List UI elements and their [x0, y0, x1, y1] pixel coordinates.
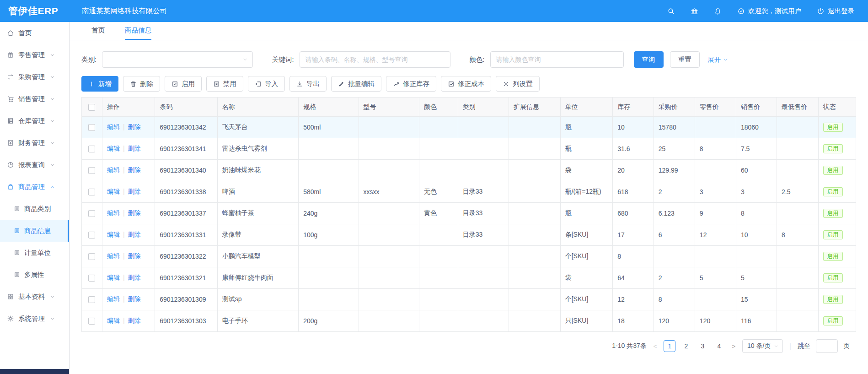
edit-link[interactable]: 编辑	[107, 209, 120, 217]
sidebar-item-5[interactable]: 财务管理	[0, 132, 69, 154]
cell-unit: 瓶	[560, 138, 612, 160]
cart-icon	[7, 95, 14, 103]
trash-icon	[130, 81, 137, 87]
delete-link[interactable]: 删除	[128, 295, 141, 303]
toolbar-button-1[interactable]: 删除	[123, 76, 160, 92]
delete-link[interactable]: 删除	[128, 188, 141, 195]
sidebar-item-11[interactable]: 多属性	[0, 264, 69, 286]
category-select[interactable]	[102, 51, 253, 68]
cell-purchase: 8	[654, 289, 695, 310]
cell-ext	[509, 138, 561, 160]
row-checkbox[interactable]	[88, 232, 95, 238]
row-checkbox[interactable]	[88, 210, 95, 217]
sidebar-item-8[interactable]: 商品类别	[0, 198, 69, 220]
cell-barcode: 6901236301337	[155, 203, 217, 224]
expand-link[interactable]: 展开	[708, 55, 728, 64]
toolbar-button-3[interactable]: 禁用	[206, 76, 243, 92]
chevron-down-icon	[774, 344, 779, 349]
delete-link[interactable]: 删除	[128, 209, 141, 217]
toolbar-button-6[interactable]: 批量编辑	[331, 76, 381, 92]
delete-link[interactable]: 删除	[128, 145, 141, 152]
toolbar-button-4[interactable]: 导入	[248, 76, 285, 92]
delete-link[interactable]: 删除	[128, 274, 141, 281]
color-input[interactable]	[490, 51, 624, 68]
sidebar-item-7[interactable]: 商品管理	[0, 176, 69, 198]
search-button[interactable]: 查询	[634, 51, 664, 68]
sidebar-item-0[interactable]: 首页	[0, 22, 69, 44]
page-button-2[interactable]: 2	[680, 340, 692, 352]
edit-link[interactable]: 编辑	[107, 123, 120, 130]
edit-link[interactable]: 编辑	[107, 188, 120, 195]
row-checkbox[interactable]	[88, 146, 95, 152]
delete-link[interactable]: 删除	[128, 252, 141, 260]
cell-min	[777, 310, 818, 332]
toolbar-button-9[interactable]: 列设置	[496, 76, 540, 92]
toolbar-button-7[interactable]: 修正库存	[386, 76, 436, 92]
tab-home[interactable]: 首页	[91, 22, 105, 40]
row-checkbox[interactable]	[88, 253, 95, 260]
edit-link[interactable]: 编辑	[107, 252, 120, 260]
cell-sale: 5	[736, 267, 777, 289]
status-badge: 启用	[823, 209, 843, 218]
toolbar-button-2[interactable]: 启用	[165, 76, 202, 92]
product-icon	[7, 183, 14, 190]
prev-page-button[interactable]: <	[652, 343, 659, 350]
chevron-down-icon	[50, 141, 55, 146]
cell-barcode: 6901236301309	[155, 289, 217, 310]
status-badge: 启用	[823, 295, 843, 304]
sidebar-item-1[interactable]: 零售管理	[0, 44, 69, 66]
edit-link[interactable]: 编辑	[107, 166, 120, 173]
delete-link[interactable]: 删除	[128, 231, 141, 238]
row-checkbox[interactable]	[88, 318, 95, 325]
cell-stock: 618	[613, 181, 654, 203]
page-button-1[interactable]: 1	[664, 340, 675, 352]
sidebar-item-6[interactable]: 报表查询	[0, 154, 69, 176]
edit-link[interactable]: 编辑	[107, 274, 120, 281]
keyword-input[interactable]	[300, 51, 450, 68]
edit-link[interactable]: 编辑	[107, 295, 120, 303]
toolbar-button-label: 导入	[265, 80, 278, 88]
sidebar-item-2[interactable]: 采购管理	[0, 66, 69, 88]
cell-model: xxsxx	[359, 181, 419, 203]
cell-min	[777, 246, 818, 267]
toolbar-button-label: 修正成本	[458, 80, 484, 88]
column-header: 采购价	[654, 98, 695, 117]
row-checkbox[interactable]	[88, 296, 95, 303]
page-size-select[interactable]: 10 条/页	[742, 339, 783, 353]
sidebar-item-10[interactable]: 计量单位	[0, 242, 69, 264]
store-icon-button[interactable]	[691, 7, 698, 15]
row-checkbox[interactable]	[88, 167, 95, 174]
welcome-user[interactable]: 欢迎您，测试用户	[737, 7, 801, 16]
select-all-checkbox[interactable]	[88, 104, 95, 111]
sidebar-item-13[interactable]: 系统管理	[0, 308, 69, 330]
edit-link[interactable]: 编辑	[107, 231, 120, 238]
next-page-button[interactable]: >	[730, 343, 737, 350]
sidebar-item-12[interactable]: 基本资料	[0, 286, 69, 308]
jump-page-input[interactable]	[816, 339, 838, 353]
notifications-button[interactable]	[714, 7, 722, 15]
toolbar-button-0[interactable]: 新增	[81, 76, 118, 92]
retail-icon	[7, 51, 14, 59]
sidebar-item-3[interactable]: 销售管理	[0, 88, 69, 110]
row-checkbox[interactable]	[88, 275, 95, 282]
gear-icon	[503, 81, 509, 87]
delete-link[interactable]: 删除	[128, 123, 141, 130]
delete-link[interactable]: 删除	[128, 166, 141, 173]
sidebar-item-4[interactable]: 仓库管理	[0, 110, 69, 132]
sidebar-collapse-bar[interactable]	[0, 369, 69, 374]
toolbar-button-5[interactable]: 导出	[289, 76, 327, 92]
row-checkbox[interactable]	[88, 124, 95, 131]
row-checkbox[interactable]	[88, 189, 95, 195]
reset-button[interactable]: 重置	[670, 51, 700, 68]
toolbar-button-8[interactable]: 修正成本	[441, 76, 491, 92]
sidebar-item-9[interactable]: 商品信息	[0, 220, 69, 242]
edit-link[interactable]: 编辑	[107, 145, 120, 152]
logout-button[interactable]: 退出登录	[817, 7, 854, 16]
delete-link[interactable]: 删除	[128, 317, 141, 324]
tab-product-info[interactable]: 商品信息	[125, 22, 151, 40]
search-icon[interactable]	[667, 7, 675, 15]
edit-link[interactable]: 编辑	[107, 317, 120, 324]
page-button-4[interactable]: 4	[713, 340, 725, 352]
page-button-3[interactable]: 3	[697, 340, 708, 352]
toolbar-button-label: 新增	[98, 80, 112, 88]
